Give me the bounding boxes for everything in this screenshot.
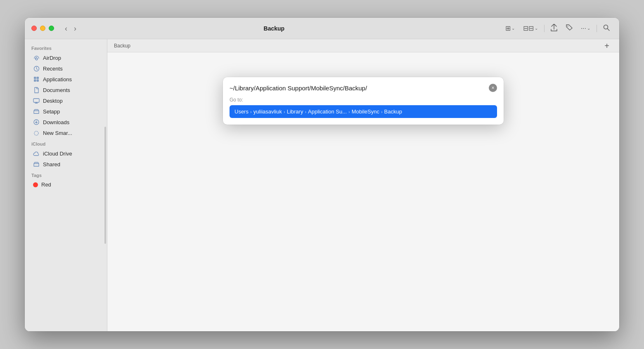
path-segment-users[interactable]: Users [234, 108, 249, 115]
tag-button[interactable] [563, 22, 575, 35]
close-button[interactable] [31, 26, 37, 31]
path-chevron-3: › [305, 109, 306, 114]
icloud-drive-label: iCloud Drive [43, 151, 72, 157]
sidebar-item-setapp[interactable]: Setapp [26, 106, 105, 117]
svg-rect-5 [34, 77, 36, 79]
path-chevron-4: › [348, 109, 350, 114]
sidebar-item-icloud-drive[interactable]: iCloud Drive [26, 148, 105, 159]
sidebar-item-downloads[interactable]: Downloads [26, 117, 105, 127]
goto-folder-dialog: × Go to: Users › yuliiasavliuk › Library… [223, 77, 504, 125]
svg-rect-6 [37, 77, 39, 79]
more-icon: ··· [581, 25, 586, 32]
toolbar-divider-2 [597, 25, 597, 32]
svg-rect-9 [33, 99, 39, 102]
minimize-button[interactable] [40, 26, 45, 31]
goto-input-row: × [230, 84, 497, 92]
more-button[interactable]: ··· ⌄ [578, 23, 593, 34]
path-segment-library[interactable]: Library [287, 108, 303, 115]
newsmar-label: New Smar... [43, 130, 72, 136]
icloud-label: iCloud [25, 138, 107, 148]
downloads-label: Downloads [43, 119, 69, 125]
svg-point-0 [567, 26, 568, 27]
group-chevron-icon: ⌄ [535, 26, 538, 31]
svg-rect-8 [37, 80, 39, 82]
main-content: × Go to: Users › yuliiasavliuk › Library… [107, 52, 619, 331]
tag-icon [566, 24, 573, 33]
path-chevron-5: › [381, 109, 383, 114]
titlebar: ‹ › Backup ⊞ ⌄ ⊟⊟ ⌄ [25, 18, 619, 39]
sidebar-item-applications[interactable]: Applications [26, 74, 105, 85]
goto-clear-button[interactable]: × [489, 84, 497, 92]
recents-label: Recents [43, 66, 63, 72]
search-icon [603, 24, 610, 33]
applications-icon [33, 76, 40, 83]
path-bar: Backup + [107, 39, 619, 52]
goto-path-input[interactable] [230, 85, 485, 92]
group-button[interactable]: ⊟⊟ ⌄ [520, 22, 541, 34]
favorites-label: Favorites [25, 42, 107, 52]
share-icon [551, 24, 557, 33]
newsmar-icon [33, 130, 40, 136]
view-button[interactable]: ⊞ ⌄ [502, 22, 518, 34]
desktop-label: Desktop [43, 98, 63, 104]
search-button[interactable] [600, 22, 613, 35]
documents-icon [33, 87, 40, 93]
main-panel: Backup + × Go to: Users › [107, 39, 619, 331]
icloud-drive-icon [33, 150, 40, 157]
red-label: Red [41, 182, 51, 188]
shared-label: Shared [43, 161, 60, 167]
sidebar-item-documents[interactable]: Documents [26, 85, 105, 95]
sidebar-item-desktop[interactable]: Desktop [26, 95, 105, 106]
more-chevron-icon: ⌄ [587, 26, 590, 31]
path-segment-appsupport[interactable]: Application Su... [308, 108, 347, 115]
path-segment-mobilesync[interactable]: MobileSync [352, 108, 379, 115]
tags-label: Tags [25, 170, 107, 179]
downloads-icon [33, 119, 40, 125]
setapp-icon [33, 108, 40, 115]
goto-path-suggestion[interactable]: Users › yuliiasavliuk › Library › Applic… [230, 105, 497, 118]
toolbar-right: ⊞ ⌄ ⊟⊟ ⌄ [502, 22, 613, 35]
airdrop-label: AirDrop [43, 55, 61, 61]
desktop-icon [33, 97, 40, 104]
shared-icon [33, 161, 40, 167]
documents-label: Documents [43, 87, 70, 93]
add-button[interactable]: + [601, 42, 613, 50]
view-chevron-icon: ⌄ [511, 26, 515, 31]
sidebar-item-red[interactable]: Red [26, 179, 105, 190]
sidebar-item-newsmar[interactable]: New Smar... [26, 127, 105, 138]
path-segment-backup[interactable]: Backup [384, 108, 402, 115]
svg-rect-7 [34, 80, 36, 82]
sidebar: Favorites AirDrop [25, 39, 107, 331]
view-grid-icon: ⊞ [505, 24, 511, 32]
share-button[interactable] [548, 22, 560, 35]
path-chevron-1: › [250, 109, 252, 114]
goto-label: Go to: [230, 97, 497, 103]
airdrop-icon [33, 54, 40, 61]
svg-line-2 [608, 28, 610, 31]
recents-icon [33, 65, 40, 72]
applications-label: Applications [43, 76, 72, 83]
sidebar-item-recents[interactable]: Recents [26, 63, 105, 74]
sidebar-scrollbar[interactable] [104, 127, 106, 243]
sidebar-item-airdrop[interactable]: AirDrop [26, 52, 105, 63]
svg-point-3 [36, 58, 38, 60]
sidebar-item-shared[interactable]: Shared [26, 159, 105, 170]
svg-point-13 [34, 131, 38, 135]
path-label: Backup [114, 43, 130, 49]
toolbar-divider [544, 25, 545, 32]
group-icon: ⊟⊟ [523, 24, 534, 32]
path-chevron-2: › [284, 109, 285, 114]
red-tag-dot [33, 182, 38, 187]
clear-icon: × [491, 85, 494, 91]
content-area: Favorites AirDrop [25, 39, 619, 331]
setapp-label: Setapp [43, 108, 60, 115]
path-segment-user[interactable]: yuliiasavliuk [253, 108, 282, 115]
finder-window: ‹ › Backup ⊞ ⌄ ⊟⊟ ⌄ [25, 18, 619, 331]
window-title: Backup [51, 25, 497, 32]
